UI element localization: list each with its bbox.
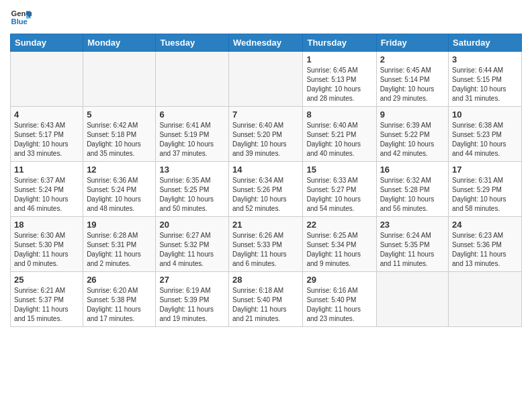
day-number: 17 bbox=[452, 165, 518, 175]
calendar-table: Sunday Monday Tuesday Wednesday Thursday… bbox=[10, 34, 522, 327]
day-info: Sunrise: 6:40 AMSunset: 5:21 PMDaylight:… bbox=[306, 121, 372, 158]
day-info: Sunrise: 6:38 AMSunset: 5:23 PMDaylight:… bbox=[452, 121, 518, 158]
day-number: 7 bbox=[232, 109, 299, 120]
calendar-day: 4Sunrise: 6:43 AMSunset: 5:17 PMDaylight… bbox=[11, 107, 83, 162]
day-info: Sunrise: 6:33 AMSunset: 5:27 PMDaylight:… bbox=[306, 176, 372, 214]
day-info: Sunrise: 6:30 AMSunset: 5:30 PMDaylight:… bbox=[14, 231, 79, 269]
svg-text:Blue: Blue bbox=[11, 17, 28, 26]
col-saturday: Saturday bbox=[449, 34, 522, 52]
calendar-day: 21Sunrise: 6:26 AMSunset: 5:33 PMDayligh… bbox=[229, 217, 303, 272]
day-number: 11 bbox=[14, 165, 79, 175]
day-number: 21 bbox=[232, 220, 299, 230]
day-number: 28 bbox=[232, 275, 299, 285]
day-number: 29 bbox=[306, 275, 372, 285]
day-number: 16 bbox=[380, 165, 445, 175]
day-number: 23 bbox=[380, 220, 445, 230]
day-number: 5 bbox=[87, 109, 152, 120]
day-info: Sunrise: 6:20 AMSunset: 5:38 PMDaylight:… bbox=[87, 286, 152, 324]
calendar-day: 10Sunrise: 6:38 AMSunset: 5:23 PMDayligh… bbox=[449, 107, 522, 162]
calendar-day: 16Sunrise: 6:32 AMSunset: 5:28 PMDayligh… bbox=[376, 162, 448, 217]
day-info: Sunrise: 6:32 AMSunset: 5:28 PMDaylight:… bbox=[380, 176, 445, 214]
calendar-day: 19Sunrise: 6:28 AMSunset: 5:31 PMDayligh… bbox=[83, 217, 156, 272]
calendar-day: 8Sunrise: 6:40 AMSunset: 5:21 PMDaylight… bbox=[303, 107, 376, 162]
calendar-day: 2Sunrise: 6:45 AMSunset: 5:14 PMDaylight… bbox=[376, 52, 448, 107]
calendar-week-3: 11Sunrise: 6:37 AMSunset: 5:24 PMDayligh… bbox=[11, 162, 522, 217]
calendar-day: 25Sunrise: 6:21 AMSunset: 5:37 PMDayligh… bbox=[11, 272, 83, 327]
col-wednesday: Wednesday bbox=[229, 34, 303, 52]
day-info: Sunrise: 6:18 AMSunset: 5:40 PMDaylight:… bbox=[232, 286, 299, 324]
col-sunday: Sunday bbox=[11, 34, 83, 52]
day-info: Sunrise: 6:27 AMSunset: 5:32 PMDaylight:… bbox=[159, 231, 225, 269]
day-number: 10 bbox=[452, 109, 518, 120]
col-friday: Friday bbox=[376, 34, 448, 52]
calendar-day: 26Sunrise: 6:20 AMSunset: 5:38 PMDayligh… bbox=[83, 272, 156, 327]
day-info: Sunrise: 6:34 AMSunset: 5:26 PMDaylight:… bbox=[232, 176, 299, 214]
logo-icon: General Blue bbox=[10, 7, 32, 28]
day-number: 6 bbox=[159, 109, 225, 120]
day-number: 22 bbox=[306, 220, 372, 230]
day-info: Sunrise: 6:45 AMSunset: 5:13 PMDaylight:… bbox=[306, 66, 372, 103]
calendar-day: 12Sunrise: 6:36 AMSunset: 5:24 PMDayligh… bbox=[83, 162, 156, 217]
day-info: Sunrise: 6:21 AMSunset: 5:37 PMDaylight:… bbox=[14, 286, 79, 324]
calendar-day: 24Sunrise: 6:23 AMSunset: 5:36 PMDayligh… bbox=[449, 217, 522, 272]
day-info: Sunrise: 6:36 AMSunset: 5:24 PMDaylight:… bbox=[87, 176, 152, 214]
calendar-day bbox=[83, 52, 156, 107]
col-thursday: Thursday bbox=[303, 34, 376, 52]
day-info: Sunrise: 6:31 AMSunset: 5:29 PMDaylight:… bbox=[452, 176, 518, 214]
day-number: 24 bbox=[452, 220, 518, 230]
day-info: Sunrise: 6:45 AMSunset: 5:14 PMDaylight:… bbox=[380, 66, 445, 103]
day-info: Sunrise: 6:40 AMSunset: 5:20 PMDaylight:… bbox=[232, 121, 299, 158]
calendar-day: 1Sunrise: 6:45 AMSunset: 5:13 PMDaylight… bbox=[303, 52, 376, 107]
calendar-header-row: Sunday Monday Tuesday Wednesday Thursday… bbox=[11, 34, 522, 52]
calendar-week-5: 25Sunrise: 6:21 AMSunset: 5:37 PMDayligh… bbox=[11, 272, 522, 327]
day-number: 15 bbox=[306, 165, 372, 175]
page-container: General Blue Sunday Monday Tuesday Wedne… bbox=[0, 0, 532, 334]
calendar-day: 11Sunrise: 6:37 AMSunset: 5:24 PMDayligh… bbox=[11, 162, 83, 217]
calendar-week-2: 4Sunrise: 6:43 AMSunset: 5:17 PMDaylight… bbox=[11, 107, 522, 162]
calendar-week-4: 18Sunrise: 6:30 AMSunset: 5:30 PMDayligh… bbox=[11, 217, 522, 272]
day-number: 13 bbox=[159, 165, 225, 175]
calendar-day bbox=[11, 52, 83, 107]
calendar-day: 22Sunrise: 6:25 AMSunset: 5:34 PMDayligh… bbox=[303, 217, 376, 272]
day-number: 8 bbox=[306, 109, 372, 120]
calendar-day: 6Sunrise: 6:41 AMSunset: 5:19 PMDaylight… bbox=[156, 107, 229, 162]
calendar-day: 14Sunrise: 6:34 AMSunset: 5:26 PMDayligh… bbox=[229, 162, 303, 217]
day-number: 18 bbox=[14, 220, 79, 230]
calendar-day bbox=[156, 52, 229, 107]
calendar-day: 9Sunrise: 6:39 AMSunset: 5:22 PMDaylight… bbox=[376, 107, 448, 162]
day-info: Sunrise: 6:23 AMSunset: 5:36 PMDaylight:… bbox=[452, 231, 518, 269]
col-tuesday: Tuesday bbox=[156, 34, 229, 52]
calendar-day: 20Sunrise: 6:27 AMSunset: 5:32 PMDayligh… bbox=[156, 217, 229, 272]
day-number: 20 bbox=[159, 220, 225, 230]
day-number: 2 bbox=[380, 54, 445, 64]
day-info: Sunrise: 6:28 AMSunset: 5:31 PMDaylight:… bbox=[87, 231, 152, 269]
day-info: Sunrise: 6:44 AMSunset: 5:15 PMDaylight:… bbox=[452, 66, 518, 103]
page-header: General Blue bbox=[10, 7, 522, 28]
day-info: Sunrise: 6:39 AMSunset: 5:22 PMDaylight:… bbox=[380, 121, 445, 158]
calendar-day: 15Sunrise: 6:33 AMSunset: 5:27 PMDayligh… bbox=[303, 162, 376, 217]
day-number: 19 bbox=[87, 220, 152, 230]
day-number: 1 bbox=[306, 54, 372, 64]
day-info: Sunrise: 6:35 AMSunset: 5:25 PMDaylight:… bbox=[159, 176, 225, 214]
calendar-day: 5Sunrise: 6:42 AMSunset: 5:18 PMDaylight… bbox=[83, 107, 156, 162]
calendar-day bbox=[376, 272, 448, 327]
day-number: 26 bbox=[87, 275, 152, 285]
day-number: 9 bbox=[380, 109, 445, 120]
day-number: 4 bbox=[14, 109, 79, 120]
day-info: Sunrise: 6:19 AMSunset: 5:39 PMDaylight:… bbox=[159, 286, 225, 324]
day-number: 27 bbox=[159, 275, 225, 285]
day-info: Sunrise: 6:43 AMSunset: 5:17 PMDaylight:… bbox=[14, 121, 79, 158]
calendar-day: 28Sunrise: 6:18 AMSunset: 5:40 PMDayligh… bbox=[229, 272, 303, 327]
calendar-day: 17Sunrise: 6:31 AMSunset: 5:29 PMDayligh… bbox=[449, 162, 522, 217]
day-info: Sunrise: 6:42 AMSunset: 5:18 PMDaylight:… bbox=[87, 121, 152, 158]
calendar-day: 3Sunrise: 6:44 AMSunset: 5:15 PMDaylight… bbox=[449, 52, 522, 107]
day-info: Sunrise: 6:24 AMSunset: 5:35 PMDaylight:… bbox=[380, 231, 445, 269]
calendar-week-1: 1Sunrise: 6:45 AMSunset: 5:13 PMDaylight… bbox=[11, 52, 522, 107]
calendar-day bbox=[229, 52, 303, 107]
calendar-day bbox=[449, 272, 522, 327]
calendar-day: 18Sunrise: 6:30 AMSunset: 5:30 PMDayligh… bbox=[11, 217, 83, 272]
col-monday: Monday bbox=[83, 34, 156, 52]
day-number: 3 bbox=[452, 54, 518, 64]
logo: General Blue bbox=[10, 7, 32, 28]
day-number: 12 bbox=[87, 165, 152, 175]
